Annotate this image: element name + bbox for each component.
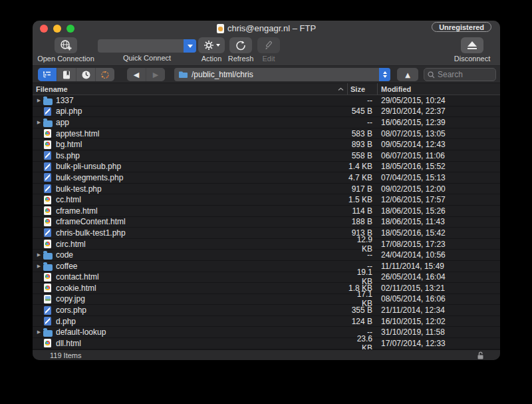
back-button[interactable]: ◀ [127, 68, 146, 81]
file-modified: 09/02/2015, 12:00 [378, 184, 500, 194]
quick-connect-combobox[interactable] [98, 39, 196, 53]
table-row[interactable]: copy.jpg 17.1 KB 08/05/2014, 16:06 [33, 294, 500, 305]
refresh-button[interactable] [229, 37, 252, 53]
file-size: -- [348, 118, 378, 127]
table-row[interactable]: cookie.html 1.8 KB 02/11/2015, 13:21 [33, 283, 500, 294]
table-row[interactable]: chris-bulk-test1.php 913 B 18/05/2016, 1… [33, 228, 500, 239]
file-name: bs.php [56, 151, 348, 160]
file-size: -- [348, 96, 378, 105]
php-icon [44, 306, 51, 315]
table-row[interactable]: bg.html 893 B 09/05/2014, 12:43 [33, 139, 500, 150]
column-header-size[interactable]: Size [348, 83, 378, 95]
search-input[interactable] [438, 70, 492, 79]
folder-icon [43, 99, 53, 105]
file-size: 355 B [348, 305, 378, 315]
unlocked-icon[interactable] [477, 351, 484, 359]
php-icon [44, 151, 51, 160]
table-row[interactable]: bulk-pli-unsub.php 1.4 KB 18/05/2016, 15… [33, 162, 500, 173]
file-name: default-lookup [56, 327, 348, 337]
refresh-group: Refresh [229, 37, 253, 63]
action-label: Action [201, 55, 222, 63]
file-size: 893 B [348, 140, 378, 149]
table-row[interactable]: ▶ default-lookup -- 31/10/2019, 11:58 [33, 327, 500, 338]
disconnect-label: Disconnect [454, 55, 490, 63]
file-name: dll.html [56, 339, 348, 348]
file-name: cc.html [56, 195, 348, 204]
file-name: bulk-pli-unsub.php [56, 162, 348, 171]
file-modified: 08/05/2014, 16:06 [378, 294, 500, 303]
table-row[interactable]: contact.html 19.1 KB 26/05/2014, 16:04 [33, 272, 500, 284]
file-modified: 11/11/2014, 15:49 [378, 262, 500, 271]
table-row[interactable]: cors.php 355 B 21/11/2014, 12:34 [33, 305, 500, 316]
history-icon[interactable] [76, 68, 96, 81]
table-row[interactable]: api.php 545 B 29/10/2014, 22:37 [33, 106, 500, 118]
file-size: 4.7 KB [348, 173, 378, 182]
html-icon [44, 196, 51, 204]
column-header-filename[interactable]: Filename [33, 83, 348, 95]
file-modified: 24/04/2014, 10:56 [378, 250, 500, 260]
file-name: copy.jpg [56, 294, 348, 303]
file-size: 23.6 KB [348, 334, 378, 349]
disclosure-triangle-icon[interactable]: ▶ [35, 252, 43, 258]
table-row[interactable]: bulk-segments.php 4.7 KB 07/04/2015, 15:… [33, 172, 500, 184]
path-dropdown[interactable]: /public_html/chris [174, 68, 390, 81]
file-name: d.php [56, 317, 348, 326]
file-modified: 16/06/2015, 12:39 [378, 118, 500, 127]
php-icon [44, 162, 51, 171]
file-name: cframe.html [56, 206, 348, 216]
forward-button[interactable]: ▶ [146, 68, 165, 81]
table-row[interactable]: bs.php 558 B 06/07/2015, 11:06 [33, 150, 500, 162]
folder-icon [178, 71, 188, 79]
quick-connect-dropdown-button[interactable] [184, 39, 196, 53]
items-count: 119 Items [50, 351, 82, 359]
file-size: 1.4 KB [348, 162, 378, 171]
disclosure-triangle-icon[interactable]: ▶ [35, 264, 43, 269]
php-icon [44, 317, 51, 325]
table-row[interactable]: cframeContent.html 188 B 18/06/2015, 11:… [33, 217, 500, 228]
search-field[interactable] [424, 68, 496, 81]
current-path: /public_html/chris [192, 70, 379, 79]
path-stepper-icon [379, 68, 390, 81]
table-row[interactable]: cc.html 1.5 KB 12/06/2015, 17:57 [33, 194, 500, 206]
file-name: circ.html [56, 240, 348, 249]
status-bar: 119 Items [33, 349, 500, 360]
table-row[interactable]: apptest.html 583 B 08/07/2015, 13:05 [33, 128, 500, 140]
file-name: 1337 [56, 96, 348, 105]
html-icon [44, 339, 51, 347]
table-row[interactable]: ▶ 1337 -- 29/05/2015, 10:24 [33, 95, 500, 106]
bookmarks-icon[interactable] [57, 68, 76, 81]
disclosure-triangle-icon[interactable]: ▶ [35, 329, 43, 335]
file-modified: 18/05/2016, 15:42 [378, 228, 500, 238]
table-row[interactable]: ▶ code -- 24/04/2014, 10:56 [33, 250, 500, 261]
php-icon [44, 228, 51, 237]
table-row[interactable]: dll.html 23.6 KB 17/07/2014, 12:33 [33, 338, 500, 349]
bonjour-icon[interactable] [96, 68, 114, 81]
edit-group: Edit [257, 37, 281, 63]
quick-connect-label: Quick Connect [123, 54, 171, 62]
table-row[interactable]: bulk-test.php 917 B 09/02/2015, 12:00 [33, 184, 500, 195]
view-mode-segmented-control [38, 68, 114, 81]
unregistered-button[interactable]: Unregistered [432, 22, 491, 32]
title-bar: chris@engagr.nl – FTP Unregistered [33, 21, 500, 37]
action-button[interactable] [198, 37, 225, 53]
app-window: chris@engagr.nl – FTP Unregistered [33, 21, 500, 360]
disclosure-triangle-icon[interactable]: ▶ [35, 120, 43, 125]
file-name: coffee [56, 262, 348, 271]
table-row[interactable]: cframe.html 114 B 18/06/2015, 15:26 [33, 206, 500, 217]
file-modified: 07/04/2015, 15:13 [378, 173, 500, 182]
open-connection-button[interactable] [55, 37, 77, 53]
column-header-modified[interactable]: Modified [378, 83, 500, 95]
disclosure-triangle-icon[interactable]: ▶ [35, 98, 43, 103]
history-nav-control: ◀ ▶ [127, 68, 165, 81]
table-row[interactable]: d.php 124 B 16/10/2015, 12:02 [33, 316, 500, 327]
table-row[interactable]: ▶ coffee -- 11/11/2014, 15:49 [33, 261, 500, 272]
outline-view-icon[interactable] [38, 68, 57, 81]
table-row[interactable]: circ.html 12.9 KB 17/08/2015, 17:23 [33, 239, 500, 250]
table-row[interactable]: ▶ app -- 16/06/2015, 12:39 [33, 117, 500, 128]
file-name: apptest.html [56, 129, 348, 138]
disconnect-button[interactable] [461, 37, 483, 53]
edit-button[interactable] [257, 37, 280, 53]
go-up-button[interactable]: ▲ [397, 68, 418, 81]
file-modified: 08/07/2015, 13:05 [378, 129, 500, 138]
document-proxy-icon [217, 24, 224, 33]
